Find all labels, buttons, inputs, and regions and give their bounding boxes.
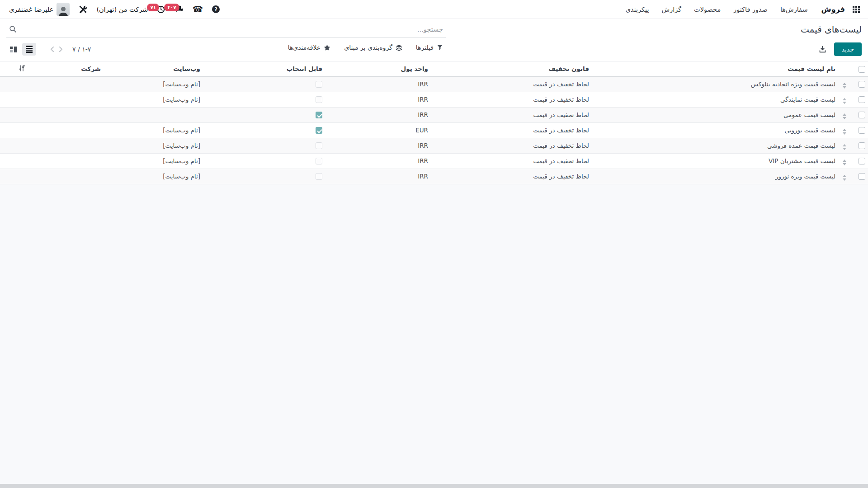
discount-policy[interactable]: لحاظ تخفیف در قیمت	[431, 107, 592, 122]
discount-policy[interactable]: لحاظ تخفیف در قیمت	[431, 153, 592, 169]
currency[interactable]: IRR	[325, 169, 431, 184]
column-header-name[interactable]: نام لیست قیمت	[592, 61, 838, 76]
pricelist-name[interactable]: لیست قیمت یورویی	[592, 122, 838, 138]
search-placeholder: جستجو...	[417, 26, 443, 33]
select-all-checkbox[interactable]	[859, 66, 865, 73]
pricelist-table: نام لیست قیمت قانون تخفیف واحد پول قابل …	[0, 61, 868, 184]
nav-item-3[interactable]: گزارش	[655, 2, 688, 17]
currency[interactable]: IRR	[325, 138, 431, 153]
pager-and-views: ۷ / ۱-۷	[6, 43, 91, 56]
website[interactable]: [نام وب‌سایت]	[104, 138, 203, 153]
discount-policy[interactable]: لحاظ تخفیف در قیمت	[431, 122, 592, 138]
search-input[interactable]: جستجو...	[6, 21, 446, 38]
row-checkbox[interactable]	[859, 158, 865, 164]
search-icon	[9, 25, 17, 33]
list-view-button[interactable]	[22, 43, 36, 56]
drag-handle-icon[interactable]	[842, 128, 847, 136]
new-button[interactable]: جدید	[834, 42, 862, 56]
company[interactable]	[28, 138, 104, 153]
export-button[interactable]	[818, 45, 827, 54]
nav-item-2[interactable]: محصولات	[688, 2, 727, 17]
drag-handle-icon[interactable]	[842, 97, 847, 105]
drag-handle-icon[interactable]	[842, 113, 847, 120]
currency[interactable]: IRR	[325, 92, 431, 107]
optional-columns-icon[interactable]	[18, 65, 25, 72]
drag-handle-icon[interactable]	[842, 143, 847, 151]
website[interactable]: [نام وب‌سایت]	[104, 153, 203, 169]
table-row[interactable]: لیست قیمت عمده فروشیلحاظ تخفیف در قیمتIR…	[0, 138, 868, 153]
column-header-discount-policy[interactable]: قانون تخفیف	[431, 61, 592, 76]
currency[interactable]: IRR	[325, 107, 431, 122]
company[interactable]	[28, 107, 104, 122]
apps-menu-button[interactable]	[849, 4, 863, 15]
action-buttons: جدید	[818, 42, 862, 56]
currency[interactable]: EUR	[325, 122, 431, 138]
top-navbar: فروش سفارش‌هاصدور فاکتورمحصولاتگزارشپیکر…	[0, 0, 868, 19]
row-checkbox[interactable]	[859, 127, 865, 134]
debug-tools-button[interactable]	[74, 3, 92, 15]
group-by-toggle[interactable]: گروه‌بندی بر مبنای	[344, 44, 402, 51]
pricelist-name[interactable]: لیست قیمت مشتریان VIP	[592, 153, 838, 169]
website[interactable]: [نام وب‌سایت]	[104, 122, 203, 138]
user-menu[interactable]: علیرضا غضنفری	[5, 1, 74, 18]
pricelist-name[interactable]: لیست قیمت عمومی	[592, 107, 838, 122]
pager-previous-chevron[interactable]	[48, 45, 57, 53]
company-name: شرکت من (تهران)	[96, 6, 148, 13]
nav-item-4[interactable]: پیکربندی	[619, 2, 656, 17]
website[interactable]: [نام وب‌سایت]	[104, 169, 203, 184]
favorites-toggle[interactable]: علاقه‌مندی‌ها	[288, 44, 331, 51]
company[interactable]	[28, 169, 104, 184]
current-app-name[interactable]: فروش	[821, 5, 845, 14]
selectable-checkbox	[316, 158, 322, 164]
website[interactable]: [نام وب‌سایت]	[104, 76, 203, 92]
company-switcher[interactable]: شرکت من (تهران)	[92, 4, 152, 15]
column-header-currency[interactable]: واحد پول	[325, 61, 431, 76]
company[interactable]	[28, 76, 104, 92]
currency[interactable]: IRR	[325, 153, 431, 169]
voip-button[interactable]: ☎	[188, 3, 208, 15]
pricelist-name[interactable]: لیست قیمت ویژه اتحادیه بنلوکس	[592, 76, 838, 92]
filters-toggle[interactable]: فیلترها	[416, 44, 443, 51]
drag-handle-icon[interactable]	[842, 159, 847, 166]
drag-handle-icon[interactable]	[842, 82, 847, 89]
help-button[interactable]: ?	[208, 4, 224, 15]
company[interactable]	[28, 153, 104, 169]
pricelist-name[interactable]: لیست قیمت ویژه نوروز	[592, 169, 838, 184]
table-row[interactable]: لیست قیمت مشتریان VIPلحاظ تخفیف در قیمتI…	[0, 153, 868, 169]
kanban-view-button[interactable]	[6, 43, 20, 56]
discount-policy[interactable]: لحاظ تخفیف در قیمت	[431, 76, 592, 92]
table-row[interactable]: لیست قیمت عمومیلحاظ تخفیف در قیمتIRR	[0, 107, 868, 122]
column-header-selectable[interactable]: قابل انتخاب	[203, 61, 325, 76]
discount-policy[interactable]: لحاظ تخفیف در قیمت	[431, 169, 592, 184]
company[interactable]	[28, 122, 104, 138]
nav-item-1[interactable]: صدور فاکتور	[727, 2, 774, 17]
pager-next-chevron[interactable]	[57, 45, 65, 53]
table-row[interactable]: لیست قیمت ویژه نوروزلحاظ تخفیف در قیمتIR…	[0, 169, 868, 184]
company[interactable]	[28, 92, 104, 107]
pricelist-name[interactable]: لیست قیمت عمده فروشی	[592, 138, 838, 153]
pricelist-name[interactable]: لیست قیمت نمایندگی	[592, 92, 838, 107]
drag-handle-icon[interactable]	[842, 174, 847, 182]
discount-policy[interactable]: لحاظ تخفیف در قیمت	[431, 92, 592, 107]
messages-button[interactable]: ۴۰۷	[170, 4, 188, 15]
website[interactable]	[104, 107, 203, 122]
table-row[interactable]: لیست قیمت یوروییلحاظ تخفیف در قیمتEUR[نا…	[0, 122, 868, 138]
table-row[interactable]: لیست قیمت نمایندگیلحاظ تخفیف در قیمتIRR[…	[0, 92, 868, 107]
systray: ? ☎ ۴۰۷ ۷۱	[5, 1, 224, 18]
column-header-website[interactable]: وب‌سایت	[104, 61, 203, 76]
table-row[interactable]: لیست قیمت ویژه اتحادیه بنلوکسلحاظ تخفیف …	[0, 76, 868, 92]
nav-item-0[interactable]: سفارش‌ها	[774, 2, 814, 17]
row-checkbox[interactable]	[859, 81, 865, 88]
row-checkbox[interactable]	[859, 142, 865, 149]
row-checkbox[interactable]	[859, 112, 865, 118]
selectable-checkbox	[316, 96, 322, 103]
row-checkbox[interactable]	[859, 96, 865, 103]
website[interactable]: [نام وب‌سایت]	[104, 92, 203, 107]
row-checkbox[interactable]	[859, 173, 865, 180]
selectable-checkbox	[316, 173, 322, 180]
apps-grid-icon	[853, 6, 860, 13]
currency[interactable]: IRR	[325, 76, 431, 92]
column-header-company[interactable]: شرکت	[28, 61, 104, 76]
star-icon	[324, 44, 330, 51]
discount-policy[interactable]: لحاظ تخفیف در قیمت	[431, 138, 592, 153]
